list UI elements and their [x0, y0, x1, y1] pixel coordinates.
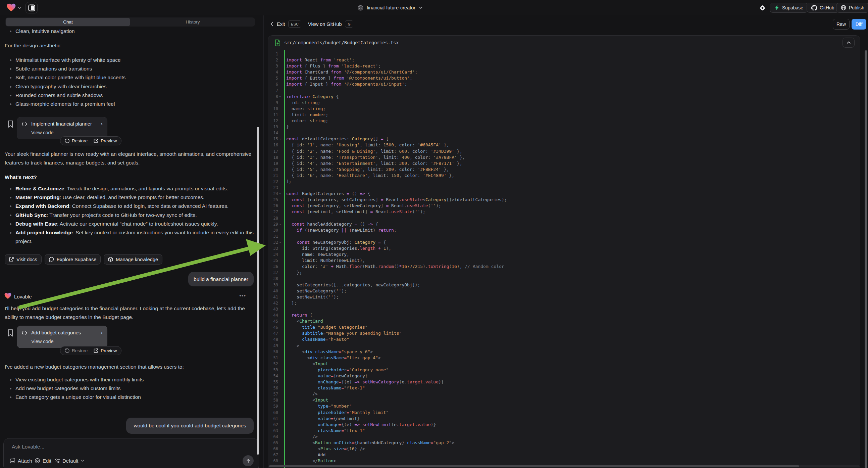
explore-supabase-button[interactable]: Explore Supabase: [44, 254, 101, 265]
restore-icon: [65, 349, 69, 353]
publish-button[interactable]: Publish: [836, 3, 868, 13]
code-line: 2import React from 'react';: [268, 57, 860, 63]
line-number: 68: [268, 458, 278, 464]
attach-button[interactable]: Attach: [10, 458, 32, 464]
fold-chevron-icon[interactable]: ›: [277, 223, 283, 225]
fold-chevron-icon[interactable]: ›: [277, 138, 283, 140]
code-vertical-scrollbar[interactable]: [865, 50, 867, 468]
code-line: 46 title="Budget Categories": [268, 324, 860, 330]
code-icon: [22, 331, 27, 335]
arrow-up-icon: [246, 459, 251, 463]
line-number: 30: [268, 227, 278, 233]
toggle-sidebar-button[interactable]: [26, 2, 38, 13]
line-number: 33: [268, 245, 278, 252]
fold-chevron-icon[interactable]: ›: [277, 193, 283, 195]
raw-toggle-button[interactable]: Raw: [833, 19, 849, 30]
chat-scrollbar[interactable]: [257, 127, 259, 455]
line-number: 18: [268, 154, 278, 160]
line-number: 39: [268, 282, 278, 288]
summary-paragraph: Your sleek financial planner is now read…: [5, 150, 258, 167]
message-options-button[interactable]: •••: [239, 293, 246, 299]
code-line: 18 { id: '3', name: 'Transportation', li…: [268, 154, 860, 160]
line-number: 15: [268, 136, 278, 142]
version-card-add-budget-categories[interactable]: Add budget categories › View code: [17, 326, 107, 348]
chevron-up-icon: [846, 41, 851, 44]
restore-button[interactable]: Restore: [65, 348, 88, 353]
fold-chevron-icon[interactable]: ›: [277, 241, 283, 244]
code-line: 66 <Plus size={16} />: [268, 446, 860, 452]
line-number: 28: [268, 215, 278, 221]
line-number: 27: [268, 209, 278, 215]
user-message-2: would be cool if you could add budget ca…: [126, 418, 254, 434]
restore-button[interactable]: Restore: [65, 138, 88, 143]
view-code-link[interactable]: View code: [31, 130, 54, 135]
model-selector[interactable]: Default: [55, 458, 84, 464]
preview-button[interactable]: Preview: [94, 138, 117, 143]
chevron-right-icon: ›: [101, 120, 103, 127]
code-line: 65 <Button onClick={handleAddCategory} c…: [268, 440, 860, 446]
code-line: 9 id: string;: [268, 100, 860, 106]
line-number: 47: [268, 330, 278, 337]
code-line: 44 return (: [268, 312, 860, 318]
manage-knowledge-button[interactable]: Manage knowledge: [104, 254, 162, 265]
project-switcher[interactable]: financial-future-creator: [358, 0, 423, 16]
github-button[interactable]: GitHub: [807, 3, 839, 13]
version-card-implement-financial-planner[interactable]: Implement financial planner › View code: [17, 117, 107, 139]
list-item: Minimalist interface with plenty of whit…: [5, 56, 257, 64]
external-link-icon: [9, 257, 14, 262]
panel-divider[interactable]: [263, 16, 264, 468]
bullet-icon: [10, 68, 11, 70]
github-icon: [811, 5, 817, 11]
diff-toggle-button[interactable]: Diff: [851, 19, 866, 30]
list-item: Rounded corners and subtle shadows: [5, 91, 257, 100]
tab-history[interactable]: History: [130, 18, 255, 27]
logo-chevron-down-icon[interactable]: [18, 7, 22, 9]
bullet-icon: [10, 31, 11, 32]
whats-next-heading: What's next?: [5, 174, 37, 180]
publish-globe-icon: [841, 5, 846, 10]
bookmark-icon[interactable]: [7, 120, 13, 128]
line-number: 32: [268, 239, 278, 245]
code-line: 3import { Plus } from 'lucide-react';: [268, 63, 860, 69]
line-number: 43: [268, 306, 278, 312]
supabase-button[interactable]: Supabase: [770, 3, 808, 13]
code-line: 32› const newCategoryObj: Category = {: [268, 239, 860, 245]
line-number: 46: [268, 324, 278, 330]
edit-mode-button[interactable]: Edit: [35, 458, 51, 464]
send-button[interactable]: [243, 455, 254, 466]
exit-button[interactable]: Exit ESC: [271, 21, 301, 28]
code-line: 41 setNewLimit('');: [268, 294, 860, 300]
code-line: 40 setNewCategory('');: [268, 288, 860, 294]
supabase-icon: [774, 5, 779, 10]
fold-chevron-icon[interactable]: ›: [277, 95, 283, 98]
bullet-icon: [10, 388, 11, 389]
bullet-icon: [10, 95, 11, 96]
view-code-link[interactable]: View code: [31, 339, 54, 344]
line-number: 65: [268, 440, 278, 446]
collapse-file-button[interactable]: [842, 38, 855, 48]
design-heading: For the design aesthetic:: [5, 41, 258, 50]
visit-docs-button[interactable]: Visit docs: [5, 254, 41, 265]
preview-button[interactable]: Preview: [94, 348, 117, 353]
code-line: 7: [268, 88, 860, 94]
code-line: 16 { id: '1', name: 'Housing', limit: 15…: [268, 142, 860, 148]
lovable-logo[interactable]: [7, 3, 16, 12]
code-line: 56 className="flex-1": [268, 385, 860, 391]
line-number: 36: [268, 264, 278, 270]
line-number: 16: [268, 142, 278, 148]
code-line: 37 };: [268, 270, 860, 275]
line-number: 66: [268, 446, 278, 452]
bookmark-icon[interactable]: [7, 329, 13, 337]
settings-button[interactable]: [756, 3, 768, 13]
line-number: 48: [268, 337, 278, 343]
bullet-icon: [10, 104, 11, 105]
line-number: 37: [268, 270, 278, 275]
code-horizontal-scrollbar[interactable]: [269, 465, 799, 467]
chat-input-box[interactable]: Ask Lovable... Attach Edit Default: [3, 438, 259, 468]
version-title: Add budget categories: [31, 330, 81, 335]
bullet-icon: [10, 86, 11, 88]
file-path-row[interactable]: src/components/budget/BudgetCategories.t…: [268, 36, 860, 50]
g-kbd-badge: G: [345, 21, 353, 28]
view-on-github-button[interactable]: View on GitHub G: [308, 21, 353, 28]
tab-chat[interactable]: Chat: [6, 18, 130, 26]
